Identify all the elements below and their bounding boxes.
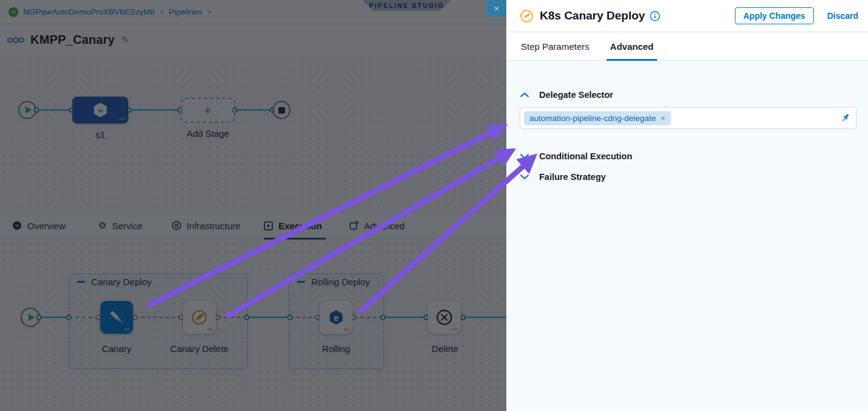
section-label: Delegate Selector (539, 90, 613, 100)
tab-step-parameters[interactable]: Step Parameters (521, 32, 590, 60)
delegate-tag-text: automation-pipeline-cdng-delegate (529, 114, 656, 123)
drawer-title: K8s Canary Deploy (540, 9, 645, 22)
delegate-tag: automation-pipeline-cdng-delegate × (524, 111, 671, 125)
section-failure-strategy[interactable]: Failure Strategy (520, 172, 606, 182)
discard-button[interactable]: Discard (827, 11, 858, 21)
drawer-header: K8s Canary Deploy Apply Changes Discard (506, 0, 868, 32)
chevron-down-icon (520, 174, 529, 179)
modal-scrim (0, 0, 506, 411)
section-label: Conditional Execution (539, 151, 632, 161)
close-icon: × (494, 3, 500, 13)
info-icon[interactable] (650, 11, 660, 21)
section-label: Failure Strategy (539, 172, 606, 182)
section-conditional-execution[interactable]: Conditional Execution (520, 151, 632, 161)
chevron-up-icon (520, 92, 529, 97)
apply-changes-button[interactable]: Apply Changes (735, 7, 814, 24)
close-drawer-button[interactable]: × (487, 0, 506, 16)
delegate-selector-input[interactable]: automation-pipeline-cdng-delegate × (520, 107, 857, 129)
drawer-tabs: Step Parameters Advanced (506, 32, 868, 61)
remove-tag-icon[interactable]: × (661, 114, 666, 122)
tab-advanced[interactable]: Advanced (610, 32, 654, 60)
pin-icon[interactable] (841, 113, 851, 123)
chevron-down-icon (520, 154, 529, 159)
section-delegate-selector[interactable]: Delegate Selector (520, 90, 613, 100)
app-window: ∞ NGPipeAutoDemoProXBVbESzyM8 > Pipeline… (0, 0, 868, 411)
drawer-content: Delegate Selector automation-pipeline-cd… (506, 61, 868, 411)
k8s-canary-step-icon (520, 9, 534, 23)
step-config-drawer: K8s Canary Deploy Apply Changes Discard … (506, 0, 868, 411)
